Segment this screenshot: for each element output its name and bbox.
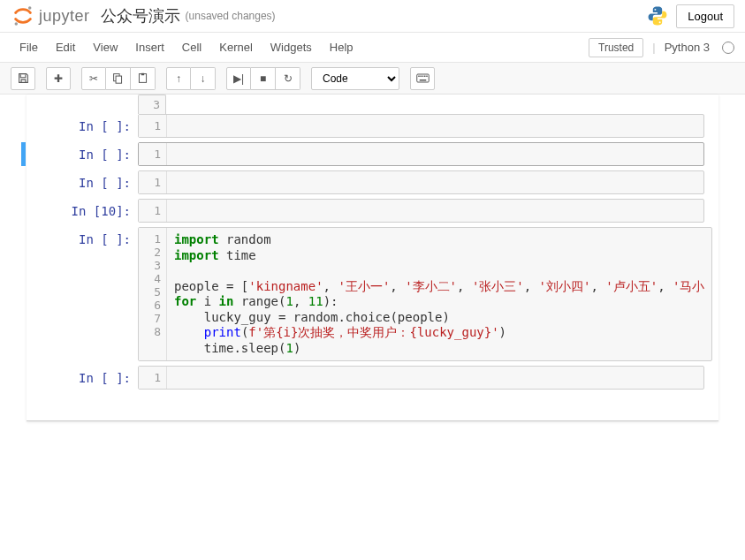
svg-rect-7 — [141, 73, 144, 75]
line-gutter: 1 — [139, 200, 167, 222]
line-gutter: 1 — [139, 171, 167, 193]
line-gutter: 12345678 — [139, 228, 167, 360]
svg-rect-14 — [419, 79, 426, 81]
move-down-button[interactable]: ↓ — [191, 67, 216, 90]
menu-insert[interactable]: Insert — [126, 37, 173, 57]
svg-rect-12 — [424, 76, 426, 78]
move-up-button[interactable]: ↑ — [166, 67, 191, 90]
jupyter-logo[interactable]: jupyter — [11, 4, 90, 28]
menu-file[interactable]: File — [11, 37, 47, 57]
code-cell[interactable]: In [ ]:1 — [41, 366, 704, 390]
cell-prompt: In [ ]: — [41, 114, 138, 138]
code-editor[interactable] — [167, 367, 703, 389]
notebook-area: 3In [ ]:1In [ ]:1In [ ]:1In [10]:1In [ ]… — [0, 95, 745, 457]
kernel-indicator-icon — [722, 42, 734, 54]
cut-button[interactable]: ✂ — [81, 67, 106, 90]
line-gutter: 1 — [139, 143, 167, 165]
cell-input[interactable]: 1 — [138, 114, 704, 138]
svg-rect-8 — [416, 74, 429, 82]
svg-rect-10 — [420, 76, 422, 78]
notebook-name[interactable]: 公众号演示 — [101, 5, 180, 26]
svg-point-2 — [655, 9, 657, 11]
prev-cell-gutter: 3 — [138, 95, 166, 114]
save-button[interactable] — [11, 67, 35, 90]
menu-help[interactable]: Help — [321, 37, 362, 57]
jupyter-icon — [11, 4, 35, 28]
arrow-down-icon: ↓ — [201, 72, 206, 85]
code-cell[interactable]: In [ ]:12345678import random import time… — [41, 227, 704, 361]
trusted-badge[interactable]: Trusted — [589, 38, 643, 57]
stop-button[interactable]: ■ — [251, 67, 276, 90]
svg-point-1 — [15, 22, 19, 26]
copy-icon — [112, 72, 124, 84]
cell-input[interactable]: 12345678import random import time people… — [138, 227, 712, 361]
svg-rect-5 — [116, 76, 122, 83]
restart-button[interactable]: ↻ — [276, 67, 300, 90]
jupyter-logo-text: jupyter — [39, 7, 90, 26]
code-editor[interactable]: import random import time people = ['kin… — [167, 228, 711, 360]
command-palette-button[interactable] — [410, 67, 435, 90]
kernel-name[interactable]: Python 3 — [665, 41, 710, 54]
menu-kernel[interactable]: Kernel — [210, 37, 262, 57]
copy-button[interactable] — [106, 67, 131, 90]
header: jupyter 公众号演示 (unsaved changes) Logout — [0, 0, 745, 33]
plus-icon: ✚ — [54, 72, 63, 85]
menu-edit[interactable]: Edit — [47, 37, 84, 57]
menu-items: FileEditViewInsertCellKernelWidgetsHelp — [11, 37, 362, 57]
code-editor[interactable] — [167, 171, 703, 193]
line-gutter: 1 — [139, 367, 167, 389]
cell-type-select[interactable]: Code — [311, 67, 399, 90]
menu-cell[interactable]: Cell — [173, 37, 210, 57]
run-button[interactable]: ▶| — [226, 67, 251, 90]
menu-view[interactable]: View — [84, 37, 126, 57]
paste-button[interactable] — [131, 67, 156, 90]
cell-prompt: In [10]: — [41, 199, 138, 223]
unsaved-indicator: (unsaved changes) — [186, 10, 276, 22]
cell-input[interactable]: 1 — [138, 170, 704, 194]
cell-prompt: In [ ]: — [41, 366, 138, 390]
cut-icon: ✂ — [89, 72, 98, 85]
keyboard-icon — [416, 73, 430, 83]
python-icon — [646, 4, 669, 27]
menu-widgets[interactable]: Widgets — [262, 37, 321, 57]
code-cell[interactable]: In [10]:1 — [41, 199, 704, 223]
svg-point-3 — [659, 21, 661, 23]
line-gutter: 1 — [139, 115, 167, 137]
cell-input[interactable]: 1 — [138, 142, 704, 166]
svg-rect-9 — [418, 76, 420, 78]
cell-prompt: In [ ]: — [41, 142, 138, 166]
cell-input[interactable]: 1 — [138, 199, 704, 223]
code-editor[interactable] — [167, 115, 703, 137]
add-cell-button[interactable]: ✚ — [46, 67, 71, 90]
stop-icon: ■ — [260, 72, 266, 85]
cell-prompt: In [ ]: — [41, 170, 138, 194]
code-editor[interactable] — [167, 200, 703, 222]
paste-icon — [137, 72, 148, 84]
code-cell[interactable]: In [ ]:1 — [41, 142, 704, 166]
menubar: FileEditViewInsertCellKernelWidgetsHelp … — [0, 33, 745, 63]
svg-point-0 — [28, 6, 32, 9]
code-editor[interactable] — [167, 143, 703, 165]
code-cell[interactable]: In [ ]:1 — [41, 170, 704, 194]
svg-rect-13 — [426, 76, 428, 78]
logout-button[interactable]: Logout — [676, 4, 734, 28]
code-cell[interactable]: In [ ]:1 — [41, 114, 704, 138]
restart-icon: ↻ — [284, 72, 293, 85]
cell-input[interactable]: 1 — [138, 366, 704, 390]
arrow-up-icon: ↑ — [176, 72, 181, 85]
svg-rect-11 — [422, 76, 423, 78]
save-icon — [18, 72, 29, 84]
cell-prompt: In [ ]: — [41, 227, 138, 361]
run-icon: ▶| — [233, 72, 244, 85]
toolbar: ✚ ✂ ↑ ↓ ▶| ■ ↻ Code — [0, 63, 745, 95]
